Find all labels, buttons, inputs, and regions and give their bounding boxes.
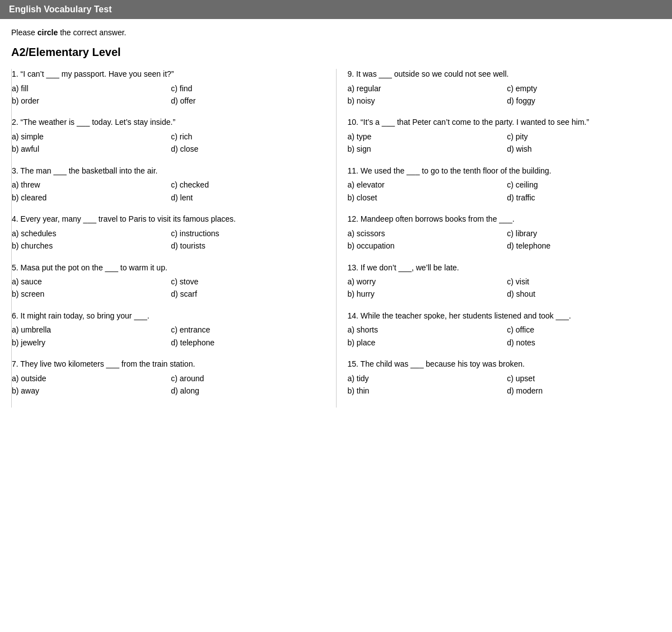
- question-block: 10. “It’s a ___ that Peter can’t come to…: [348, 117, 661, 155]
- answer-item: a) shorts: [348, 324, 502, 336]
- answers-grid: a) typec) pityb) signd) wish: [348, 130, 661, 156]
- answer-item: a) elevator: [348, 179, 502, 191]
- question-text: 4. Every year, many ___ travel to Paris …: [12, 214, 325, 225]
- question-block: 13. If we don’t ___, we’ll be late.a) wo…: [348, 263, 661, 301]
- answer-item: d) modern: [507, 385, 661, 397]
- answer-item: b) closet: [348, 191, 502, 204]
- question-block: 9. It was ___ outside so we could not se…: [348, 69, 661, 107]
- answer-item: a) simple: [12, 130, 165, 143]
- question-block: 3. The man ___ the basketball into the a…: [12, 166, 325, 204]
- content-area: Please circle the correct answer. A2/Ele…: [0, 19, 672, 416]
- page-header: English Vocabulary Test: [0, 0, 672, 19]
- answer-item: c) around: [171, 372, 324, 385]
- question-text: 5. Masa put the pot on the ___ to warm i…: [12, 263, 325, 274]
- answers-grid: a) tidyc) upsetb) thind) modern: [348, 372, 661, 397]
- answer-item: c) upset: [507, 372, 661, 385]
- answer-item: d) along: [171, 385, 324, 397]
- answer-item: a) scissors: [348, 227, 502, 240]
- page-title: English Vocabulary Test: [9, 4, 111, 14]
- answer-item: b) screen: [12, 288, 165, 300]
- question-block: 6. It might rain today, so bring your __…: [12, 311, 325, 349]
- question-text: 15. The child was ___ because his toy wa…: [348, 359, 661, 370]
- left-column: 1. “I can’t ___ my passport. Have you se…: [12, 69, 337, 408]
- answer-item: c) stove: [171, 275, 324, 288]
- answers-grid: a) elevatorc) ceilingb) closetd) traffic: [348, 179, 661, 204]
- question-text: 11. We used the ___ to go to the tenth f…: [348, 166, 661, 177]
- question-text: 7. They live two kilometers ___ from the…: [12, 359, 325, 370]
- answer-item: d) close: [171, 143, 324, 155]
- answer-item: b) churches: [12, 240, 165, 252]
- answers-grid: a) shortsc) officeb) placed) notes: [348, 324, 661, 349]
- answer-item: b) order: [12, 95, 165, 107]
- answer-item: c) pity: [507, 130, 661, 143]
- answer-item: d) lent: [171, 191, 324, 204]
- answers-grid: a) schedulesc) instructionsb) churchesd)…: [12, 227, 325, 252]
- answer-item: b) noisy: [348, 95, 502, 107]
- answer-item: b) thin: [348, 385, 502, 397]
- instruction-text: Please circle the correct answer.: [11, 28, 661, 37]
- answer-item: a) fill: [12, 82, 165, 95]
- answer-item: a) regular: [348, 82, 502, 95]
- answer-item: d) scarf: [171, 288, 324, 300]
- answers-grid: a) simplec) richb) awfuld) close: [12, 130, 325, 156]
- instruction-after: the correct answer.: [58, 28, 126, 37]
- answer-item: d) traffic: [507, 191, 661, 204]
- question-block: 4. Every year, many ___ travel to Paris …: [12, 214, 325, 252]
- answer-item: d) shout: [507, 288, 661, 300]
- question-block: 15. The child was ___ because his toy wa…: [348, 359, 661, 397]
- question-text: 9. It was ___ outside so we could not se…: [348, 69, 661, 80]
- answer-item: c) library: [507, 227, 661, 240]
- answer-item: d) foggy: [507, 95, 661, 107]
- answers-grid: a) outsidec) aroundb) awayd) along: [12, 372, 325, 397]
- answer-item: a) threw: [12, 179, 165, 191]
- answer-item: b) sign: [348, 143, 502, 155]
- question-text: 3. The man ___ the basketball into the a…: [12, 166, 325, 177]
- answer-item: a) type: [348, 130, 502, 143]
- answers-grid: a) worryc) visitb) hurryd) shout: [348, 275, 661, 301]
- answer-item: c) visit: [507, 275, 661, 288]
- answer-item: a) schedules: [12, 227, 165, 240]
- answer-item: c) ceiling: [507, 179, 661, 191]
- question-text: 13. If we don’t ___, we’ll be late.: [348, 263, 661, 274]
- question-block: 2. “The weather is ___ today. Let’s stay…: [12, 117, 325, 155]
- instruction-before: Please: [11, 28, 38, 37]
- answers-grid: a) fillc) findb) orderd) offer: [12, 82, 325, 107]
- answer-item: c) office: [507, 324, 661, 336]
- answers-grid: a) scissorsc) libraryb) occupationd) tel…: [348, 227, 661, 252]
- answer-item: b) occupation: [348, 240, 502, 252]
- answers-grid: a) regularc) emptyb) noisyd) foggy: [348, 82, 661, 107]
- answers-grid: a) umbrellac) entranceb) jewelryd) telep…: [12, 324, 325, 349]
- answer-item: c) checked: [171, 179, 324, 191]
- answer-item: b) jewelry: [12, 336, 165, 349]
- answer-item: b) cleared: [12, 191, 165, 204]
- question-block: 14. While the teacher spoke, her student…: [348, 311, 661, 349]
- answer-item: d) tourists: [171, 240, 324, 252]
- answer-item: d) wish: [507, 143, 661, 155]
- answer-item: c) rich: [171, 130, 324, 143]
- answer-item: d) offer: [171, 95, 324, 107]
- questions-grid: 1. “I can’t ___ my passport. Have you se…: [11, 69, 661, 408]
- answer-item: c) find: [171, 82, 324, 95]
- question-text: 1. “I can’t ___ my passport. Have you se…: [12, 69, 325, 80]
- answer-item: d) notes: [507, 336, 661, 349]
- level-title: A2/Elementary Level: [11, 46, 661, 59]
- answer-item: b) awful: [12, 143, 165, 155]
- answer-item: c) instructions: [171, 227, 324, 240]
- question-block: 11. We used the ___ to go to the tenth f…: [348, 166, 661, 204]
- answers-grid: a) threwc) checkedb) clearedd) lent: [12, 179, 325, 204]
- question-text: 6. It might rain today, so bring your __…: [12, 311, 325, 322]
- question-text: 10. “It’s a ___ that Peter can’t come to…: [348, 117, 661, 128]
- answer-item: b) away: [12, 385, 165, 397]
- question-text: 2. “The weather is ___ today. Let’s stay…: [12, 117, 325, 128]
- answer-item: b) hurry: [348, 288, 502, 300]
- answer-item: a) sauce: [12, 275, 165, 288]
- answer-item: a) tidy: [348, 372, 502, 385]
- answer-item: a) outside: [12, 372, 165, 385]
- question-text: 12. Mandeep often borrows books from the…: [348, 214, 661, 225]
- answer-item: a) worry: [348, 275, 502, 288]
- question-block: 12. Mandeep often borrows books from the…: [348, 214, 661, 252]
- question-block: 7. They live two kilometers ___ from the…: [12, 359, 325, 397]
- right-column: 9. It was ___ outside so we could not se…: [337, 69, 661, 408]
- answers-grid: a) saucec) stoveb) screend) scarf: [12, 275, 325, 301]
- answer-item: c) empty: [507, 82, 661, 95]
